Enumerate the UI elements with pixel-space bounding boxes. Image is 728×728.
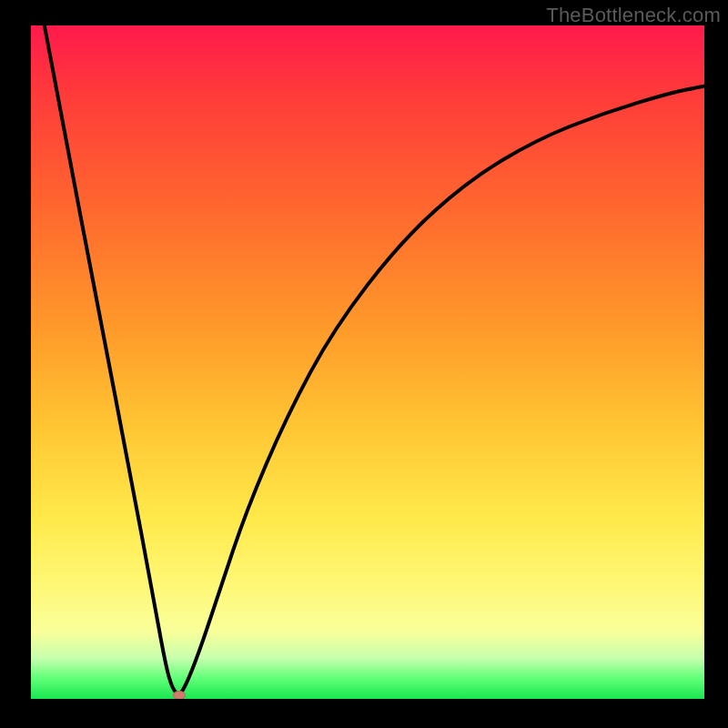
- minimum-marker: [173, 691, 186, 699]
- watermark-text: TheBottleneck.com: [546, 4, 721, 27]
- bottleneck-curve: [45, 25, 704, 693]
- curve-svg: [31, 25, 704, 699]
- chart-canvas: TheBottleneck.com: [0, 0, 728, 728]
- plot-area: [31, 25, 704, 699]
